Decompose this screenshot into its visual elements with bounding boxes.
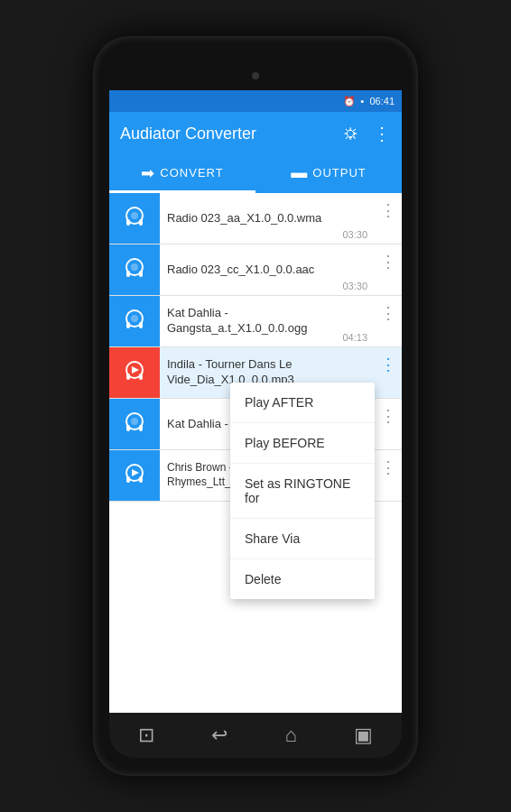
list-item[interactable]: Radio 023_cc_X1.0_0.0.aac 03:30 ⋮	[109, 245, 402, 296]
item-icon-1	[109, 193, 160, 244]
status-time: 06:41	[369, 96, 395, 106]
svg-rect-1	[126, 219, 130, 226]
alarm-icon: ⏰	[343, 96, 356, 107]
camera	[252, 72, 259, 79]
item-name-1: Radio 023_aa_X1.0_0.0.wma	[167, 211, 367, 226]
svg-rect-6	[139, 271, 143, 277]
header-icons: ⛭ ⋮	[342, 123, 391, 144]
svg-point-19	[131, 418, 138, 425]
item-icon-5	[109, 399, 160, 449]
phone-top	[109, 63, 402, 90]
svg-point-11	[131, 315, 138, 322]
app-header: Audiator Converter ⛭ ⋮	[109, 112, 402, 155]
svg-marker-23	[132, 469, 139, 476]
item-menu-4[interactable]: ⋮	[375, 347, 402, 374]
svg-rect-13	[126, 374, 130, 380]
item-menu-3[interactable]: ⋮	[375, 296, 402, 323]
user-icon[interactable]: ⛭	[342, 124, 360, 144]
item-content-2: Radio 023_cc_X1.0_0.0.aac	[160, 257, 375, 283]
phone-bottom-nav: ⊡ ↩ ⌂ ▣	[109, 713, 402, 758]
item-menu-6[interactable]: ⋮	[375, 450, 402, 477]
svg-rect-17	[126, 425, 130, 431]
home-icon[interactable]: ⌂	[285, 724, 297, 747]
list-item[interactable]: Kat Dahlia - Gangsta_a.t_X1.0_0.0.ogg 04…	[109, 296, 402, 347]
svg-rect-21	[126, 476, 130, 483]
item-icon-4	[109, 347, 160, 398]
context-delete[interactable]: Delete	[230, 559, 375, 599]
svg-marker-15	[132, 366, 139, 374]
more-options-icon[interactable]: ⋮	[373, 123, 391, 144]
output-tab-icon: ▬	[291, 163, 307, 182]
phone-device: ⏰ ▪ 06:41 Audiator Converter ⛭ ⋮ ➡ CONVE…	[93, 36, 418, 776]
context-play-after[interactable]: Play AFTER	[230, 383, 375, 423]
svg-rect-22	[139, 476, 143, 483]
status-bar: ⏰ ▪ 06:41	[109, 90, 402, 112]
item-icon-2	[109, 245, 160, 295]
context-set-ringtone[interactable]: Set as RINGTONE for	[230, 464, 375, 519]
svg-rect-9	[126, 322, 130, 328]
context-menu: Play AFTER Play BEFORE Set as RINGTONE f…	[230, 383, 375, 599]
svg-rect-2	[139, 219, 143, 226]
tab-bar: ➡ CONVERT ▬ OUTPUT	[109, 155, 402, 193]
list-area: Radio 023_aa_X1.0_0.0.wma 03:30 ⋮ Radio …	[109, 193, 402, 713]
convert-tab-icon: ➡	[141, 163, 154, 183]
svg-rect-14	[139, 374, 143, 380]
screenshot-icon[interactable]: ⊡	[138, 724, 154, 747]
item-menu-1[interactable]: ⋮	[375, 193, 402, 220]
item-name-3: Kat Dahlia - Gangsta_a.t_X1.0_0.0.ogg	[167, 306, 367, 337]
item-duration-1: 03:30	[342, 229, 375, 240]
item-menu-5[interactable]: ⋮	[375, 399, 402, 426]
output-tab-label: OUTPUT	[312, 166, 366, 180]
item-content-1: Radio 023_aa_X1.0_0.0.wma	[160, 206, 375, 232]
back-icon[interactable]: ↩	[211, 724, 228, 747]
phone-screen: ⏰ ▪ 06:41 Audiator Converter ⛭ ⋮ ➡ CONVE…	[109, 90, 402, 713]
svg-rect-18	[139, 425, 143, 431]
context-play-before[interactable]: Play BEFORE	[230, 423, 375, 464]
item-duration-2: 03:30	[342, 281, 375, 291]
list-item[interactable]: Radio 023_aa_X1.0_0.0.wma 03:30 ⋮	[109, 193, 402, 245]
svg-point-3	[131, 212, 138, 219]
svg-rect-5	[126, 271, 130, 277]
item-name-2: Radio 023_cc_X1.0_0.0.aac	[167, 263, 367, 278]
convert-tab-label: CONVERT	[160, 166, 223, 180]
tab-convert[interactable]: ➡ CONVERT	[109, 155, 256, 193]
item-icon-3	[109, 296, 160, 346]
battery-icon: ▪	[361, 96, 365, 106]
item-duration-3: 04:13	[342, 332, 375, 343]
svg-rect-10	[139, 322, 143, 328]
context-share-via[interactable]: Share Via	[230, 519, 375, 559]
item-icon-6	[109, 450, 160, 501]
recents-icon[interactable]: ▣	[354, 724, 373, 747]
app-title: Audiator Converter	[120, 125, 256, 143]
tab-output[interactable]: ▬ OUTPUT	[256, 155, 402, 193]
svg-point-7	[131, 263, 138, 271]
item-menu-2[interactable]: ⋮	[375, 245, 402, 272]
